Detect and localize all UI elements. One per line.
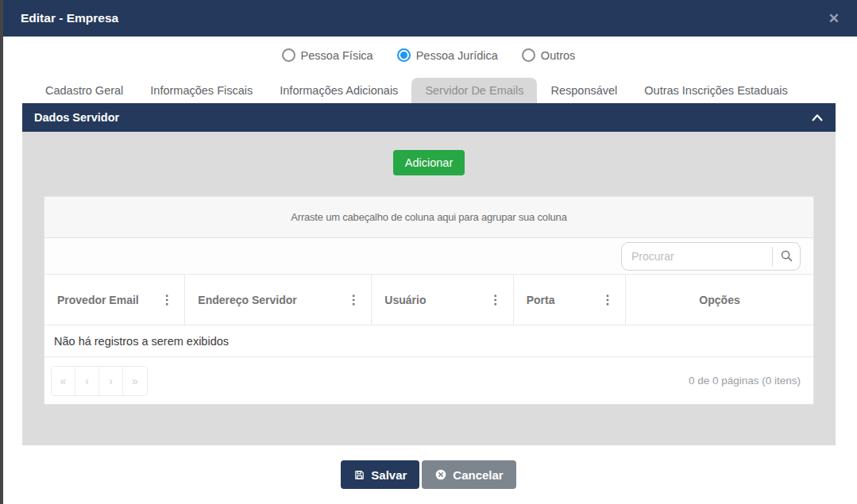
column-menu-icon[interactable]: ⋮ bbox=[342, 294, 365, 306]
edit-company-modal: Editar - Empresa ✕ Pessoa Física Pessoa … bbox=[0, 0, 857, 504]
column-menu-icon[interactable]: ⋮ bbox=[596, 294, 619, 306]
cancel-button[interactable]: Cancelar bbox=[422, 460, 515, 489]
search-icon[interactable] bbox=[773, 243, 800, 270]
cancel-label: Cancelar bbox=[453, 468, 503, 482]
tab-cadastro-geral[interactable]: Cadastro Geral bbox=[32, 78, 137, 103]
save-label: Salvar bbox=[371, 468, 407, 482]
chevron-up-icon[interactable] bbox=[811, 113, 824, 122]
save-icon bbox=[353, 469, 365, 481]
column-title: Endereço Servidor bbox=[198, 294, 297, 306]
grid-empty-row: Não há registros a serem exibidos bbox=[44, 325, 813, 357]
radio-label: Outros bbox=[541, 49, 576, 62]
dados-servidor-panel: Dados Servidor Adicionar Arraste um cabe… bbox=[22, 103, 836, 445]
pager-button-group: « ‹ › » bbox=[51, 366, 148, 396]
search-box bbox=[621, 242, 801, 271]
tab-informacoes-fiscais[interactable]: Informações Fiscais bbox=[137, 78, 266, 103]
add-button[interactable]: Adicionar bbox=[393, 150, 465, 175]
radio-circle-icon bbox=[522, 48, 535, 62]
search-input[interactable] bbox=[622, 250, 772, 263]
tab-servidor-de-emails[interactable]: Servidor De Emails bbox=[411, 78, 537, 103]
group-drop-area[interactable]: Arraste um cabeçalho de coluna aqui para… bbox=[44, 197, 813, 238]
close-icon[interactable]: ✕ bbox=[828, 12, 840, 25]
panel-title: Dados Servidor bbox=[34, 111, 119, 124]
radio-pessoa-fisica[interactable]: Pessoa Física bbox=[282, 48, 373, 62]
tab-outras-inscricoes-estaduais[interactable]: Outras Inscrições Estaduais bbox=[631, 78, 801, 103]
column-menu-icon[interactable]: ⋮ bbox=[156, 294, 178, 306]
column-header-provedor-email[interactable]: Provedor Email ⋮ bbox=[44, 275, 185, 325]
grid-header-row: Provedor Email ⋮ Endereço Servidor ⋮ Usu… bbox=[44, 275, 813, 325]
grid-pager: « ‹ › » 0 de 0 páginas (0 itens) bbox=[44, 357, 813, 404]
radio-label: Pessoa Física bbox=[301, 49, 373, 62]
column-header-opcoes[interactable]: Opções bbox=[626, 275, 813, 325]
radio-pessoa-juridica[interactable]: Pessoa Jurídica bbox=[397, 48, 498, 62]
pager-prev-icon[interactable]: ‹ bbox=[75, 367, 99, 395]
radio-circle-icon bbox=[397, 48, 411, 62]
column-header-porta[interactable]: Porta ⋮ bbox=[514, 275, 626, 325]
empty-message: Não há registros a serem exibidos bbox=[54, 335, 229, 348]
pager-info: 0 de 0 páginas (0 itens) bbox=[689, 375, 801, 387]
column-title: Usuário bbox=[384, 294, 426, 306]
modal-footer: Salvar Cancelar bbox=[0, 445, 857, 504]
tab-strip: Cadastro Geral Informações Fiscais Infor… bbox=[32, 78, 801, 103]
cancel-icon bbox=[434, 468, 447, 481]
radio-outros[interactable]: Outros bbox=[522, 48, 576, 62]
save-button[interactable]: Salvar bbox=[341, 460, 419, 489]
pager-first-icon[interactable]: « bbox=[52, 367, 75, 395]
tab-informacoes-adicionais[interactable]: Informações Adicionais bbox=[266, 78, 411, 103]
column-header-endereco-servidor[interactable]: Endereço Servidor ⋮ bbox=[185, 275, 372, 325]
add-row: Adicionar bbox=[22, 132, 836, 175]
person-type-group: Pessoa Física Pessoa Jurídica Outros bbox=[0, 48, 857, 62]
panel-header[interactable]: Dados Servidor bbox=[22, 103, 836, 132]
column-title: Provedor Email bbox=[57, 294, 139, 306]
radio-circle-icon bbox=[282, 48, 295, 62]
grid-toolbar bbox=[44, 238, 813, 275]
column-menu-icon[interactable]: ⋮ bbox=[484, 294, 507, 306]
radio-label: Pessoa Jurídica bbox=[416, 49, 498, 62]
modal-title: Editar - Empresa bbox=[21, 11, 118, 25]
column-header-usuario[interactable]: Usuário ⋮ bbox=[372, 275, 513, 325]
column-title: Opções bbox=[699, 294, 739, 306]
email-servers-grid: Arraste um cabeçalho de coluna aqui para… bbox=[44, 196, 814, 405]
column-title: Porta bbox=[527, 294, 555, 306]
pager-last-icon[interactable]: » bbox=[123, 367, 147, 395]
modal-titlebar: Editar - Empresa ✕ bbox=[3, 0, 857, 37]
page-left-edge bbox=[0, 0, 3, 504]
pager-next-icon[interactable]: › bbox=[99, 367, 123, 395]
tab-responsavel[interactable]: Responsável bbox=[537, 78, 631, 103]
